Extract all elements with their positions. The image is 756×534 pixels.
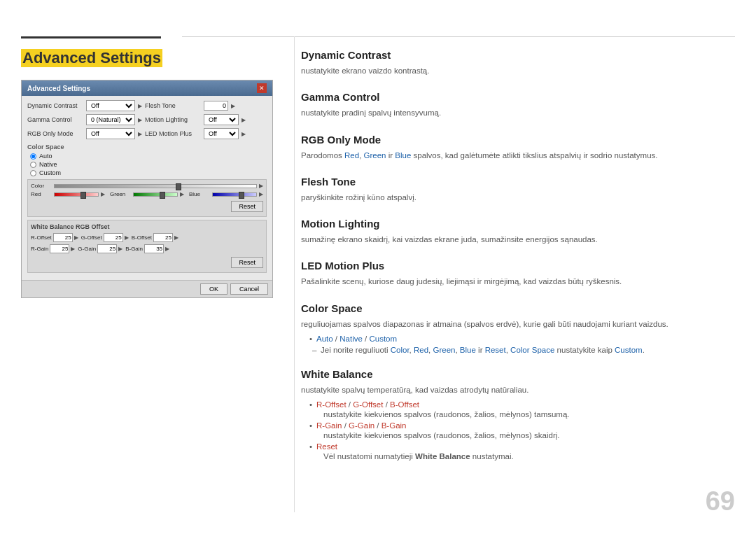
led-motion-title: LED Motion Plus (301, 260, 735, 272)
radio-native-input[interactable] (30, 162, 36, 168)
green-link: Green (364, 151, 386, 160)
cancel-button[interactable]: Cancel (230, 283, 268, 295)
color-slider-track[interactable] (54, 184, 257, 188)
dialog-close-button[interactable]: ✕ (257, 83, 267, 93)
r-offset-input[interactable] (53, 233, 73, 242)
flesh-tone-input[interactable] (204, 101, 228, 111)
color-space-dash: Jei norite reguliuoti Color, Red, Green,… (309, 346, 735, 354)
r-offset-link: R-Offset (316, 400, 346, 409)
white-balance-bullets: R-Offset / G-Offset / B-Offset nustatyki… (309, 400, 735, 461)
color-space-section-header: Color Space (27, 143, 267, 150)
motion-lighting-select[interactable]: Off (204, 114, 239, 125)
led-motion-desc: Pašalinkite scenų, kuriose daug judesių,… (301, 276, 735, 288)
section-rgb-only: RGB Only Mode Parodomos Red, Green ir Bl… (301, 134, 735, 162)
b-offset-field: B-Offset ▶ (132, 233, 178, 242)
b-offset-input[interactable] (153, 233, 173, 242)
radio-native-label: Native (39, 161, 57, 168)
b-gain-input[interactable] (144, 244, 164, 253)
reset-link: Reset (485, 346, 506, 354)
color-sliders: Color ▶ Red ▶ Green ▶ (27, 179, 267, 217)
g-offset-field: G-Offset ▶ (81, 233, 129, 242)
gamma-arrow: ▶ (138, 117, 142, 123)
radio-auto-label: Auto (39, 153, 52, 160)
motion-lighting-desc: sumažinę ekrano skaidrį, kai vaizdas ekr… (301, 234, 735, 246)
radio-auto: Auto (30, 153, 267, 160)
dialog-body: Dynamic Contrast Off ▶ Flesh Tone ▶ Gamm… (22, 96, 272, 280)
gamma-label: Gamma Control (27, 116, 83, 123)
wb-offset-sub: nustatykite kiekvienos spalvos (raudonos… (323, 410, 735, 419)
b-offset-link: B-Offset (390, 400, 419, 409)
g-offset-link: G-Offset (353, 400, 383, 409)
g-gain-arrow: ▶ (118, 246, 122, 252)
green-arrow: ▶ (180, 191, 184, 197)
r-offset-label: R-Offset (31, 234, 52, 241)
blue-arrow: ▶ (259, 191, 263, 197)
g-offset-arrow: ▶ (125, 234, 129, 241)
b-offset-arrow: ▶ (174, 234, 178, 241)
led-motion-select[interactable]: Off (204, 128, 239, 139)
section-white-balance: White Balance nustatykite spalvų tempera… (301, 368, 735, 461)
radio-custom-label: Custom (39, 169, 61, 176)
rgb-only-select[interactable]: Off (86, 128, 135, 139)
radio-custom-input[interactable] (30, 170, 36, 176)
dialog-row-rgb: RGB Only Mode Off ▶ LED Motion Plus Off … (27, 128, 267, 139)
color-space-radio-group: Auto Native Custom (30, 153, 267, 176)
color-link: Color (391, 346, 410, 354)
white-balance-section: White Balance RGB Offset R-Offset ▶ G-Of… (27, 220, 267, 273)
led-motion-label: LED Motion Plus (145, 130, 201, 137)
custom-link: Custom (369, 335, 397, 343)
green-slider[interactable] (133, 192, 178, 197)
g-gain-label: G-Gain (78, 246, 96, 252)
g-gain-input[interactable] (97, 244, 117, 253)
top-line-left (21, 36, 161, 38)
dialog-footer: OK Cancel (22, 280, 272, 297)
green-link2: Green (433, 346, 455, 354)
rgb-arrow: ▶ (138, 131, 142, 137)
wb-reset-link: Reset (316, 442, 337, 451)
r-offset-field: R-Offset ▶ (31, 233, 78, 242)
red-arrow: ▶ (101, 191, 105, 197)
color-space-bullets: Auto / Native / Custom Jei norite reguli… (309, 335, 735, 354)
page-number: 69 (706, 486, 735, 517)
white-balance-title: White Balance (301, 368, 735, 380)
r-gain-input[interactable] (50, 244, 69, 253)
led-arrow: ▶ (241, 131, 246, 137)
r-gain-arrow: ▶ (71, 246, 75, 252)
color-reset-button[interactable]: Reset (231, 201, 263, 212)
g-offset-input[interactable] (104, 233, 123, 242)
red-link: Red (344, 151, 359, 160)
wb-gain-sub: nustatykite kiekvienos spalvos (raudonos… (323, 431, 735, 440)
blue-slider[interactable] (212, 192, 257, 197)
dynamic-contrast-label: Dynamic Contrast (27, 102, 83, 109)
ok-button[interactable]: OK (200, 283, 227, 295)
g-offset-label: G-Offset (81, 234, 102, 241)
blue-link: Blue (395, 151, 411, 160)
wb-reset-button[interactable]: Reset (231, 257, 263, 268)
g-gain-link: G-Gain (349, 421, 374, 430)
left-panel: Advanced Settings Advanced Settings ✕ Dy… (21, 49, 294, 298)
wb-offset-row: R-Offset ▶ G-Offset ▶ B-Offset ▶ (31, 233, 263, 242)
dynamic-contrast-select[interactable]: Off (86, 100, 135, 111)
motion-arrow: ▶ (241, 117, 246, 123)
arrow-icon: ▶ (138, 103, 142, 109)
b-gain-label: B-Gain (125, 246, 143, 252)
gamma-select[interactable]: 0 (Natural) (86, 114, 135, 125)
blue-thumb (239, 192, 244, 199)
section-dynamic-contrast: Dynamic Contrast nustatykite ekrano vaiz… (301, 49, 735, 77)
r-offset-arrow: ▶ (74, 234, 78, 241)
wb-reset-sub: Vėl nustatomi numatytieji White Balance … (323, 452, 735, 461)
b-gain-field: B-Gain ▶ (125, 244, 169, 253)
radio-auto-input[interactable] (30, 153, 36, 160)
page-title: Advanced Settings (21, 49, 162, 67)
dynamic-contrast-desc: nustatykite ekrano vaizdo kontrastą. (301, 65, 735, 77)
b-gain-arrow: ▶ (165, 246, 169, 252)
red-slider[interactable] (54, 192, 99, 197)
dynamic-contrast-title: Dynamic Contrast (301, 49, 735, 61)
wb-gain-row: R-Gain ▶ G-Gain ▶ B-Gain ▶ (31, 244, 263, 253)
motion-lighting-title: Motion Lighting (301, 218, 735, 230)
section-led-motion: LED Motion Plus Pašalinkite scenų, kurio… (301, 260, 735, 288)
red-thumb (80, 192, 86, 199)
rgb-only-label: RGB Only Mode (27, 130, 83, 137)
color-slider-arrow: ▶ (259, 183, 263, 189)
color-space-title: Color Space (301, 302, 735, 314)
